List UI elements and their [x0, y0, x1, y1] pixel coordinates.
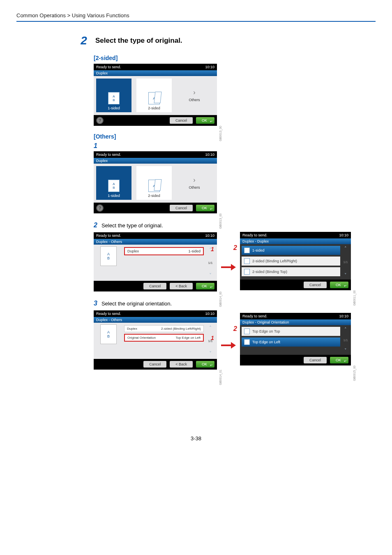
clock-text: 10:10	[205, 153, 214, 157]
option-top-edge-top[interactable]: Top Edge on Top	[242, 327, 340, 336]
option-1sided[interactable]: AB 1-sided	[96, 166, 131, 200]
page-icon	[244, 258, 250, 264]
pager: ˄ 1/1 ˅	[341, 246, 350, 278]
row-orientation[interactable]: Original Orientation Top Edge on Left	[124, 334, 204, 342]
callout-1: 1	[209, 334, 216, 342]
panel-tab: Duplex	[94, 158, 217, 164]
step-title: Select the type of original.	[95, 34, 182, 45]
ok-button[interactable]: OK	[330, 282, 348, 288]
chevron-down-icon[interactable]: ˅	[209, 273, 212, 278]
ok-button[interactable]: OK	[330, 357, 348, 363]
option-2sided[interactable]: A 2-sided	[136, 166, 172, 200]
panel-duplex-select: Ready to send. 10:10 Duplex - Duplex 1-s…	[240, 232, 351, 290]
page-preview-icon: AB	[100, 246, 117, 266]
option-2sided-top[interactable]: 2-sided (Binding Top)	[242, 267, 340, 276]
option-label: Top Edge on Left	[252, 340, 280, 344]
arrow-right-icon	[221, 265, 236, 269]
option-2sided-lr[interactable]: 2-sided (Binding Left/Right)	[242, 257, 340, 266]
row-value: 2-sided (Binding Left/Right)	[161, 327, 201, 331]
option-label: 1-sided	[108, 194, 120, 198]
ok-button[interactable]: OK	[196, 117, 214, 124]
panel-tab: Duplex - Original Orientation	[240, 319, 351, 325]
page-indicator: 1/1	[208, 261, 212, 265]
status-text: Ready to send.	[242, 314, 267, 318]
page-icon: AB	[108, 92, 120, 104]
help-icon[interactable]: ?	[96, 204, 104, 212]
screen-id: GB0015_00	[353, 365, 356, 381]
chevron-up-icon[interactable]: ˄	[209, 325, 212, 331]
panel-tab: Duplex - Others	[94, 239, 217, 245]
row-label: Duplex	[127, 249, 139, 253]
option-label: 2-sided	[148, 106, 160, 110]
panel-duplex-others-1: Ready to send. 10:10 Duplex AB 1-sided A…	[94, 151, 217, 213]
option-2sided[interactable]: A 2-sided	[136, 79, 172, 112]
chevron-down-icon[interactable]: ˅	[344, 273, 347, 278]
option-label: 2-sided (Binding Top)	[252, 270, 287, 274]
callout-1: 1	[209, 245, 216, 253]
back-button[interactable]: < Back	[170, 283, 193, 289]
page-preview-icon: AB	[100, 324, 117, 344]
row-duplex[interactable]: Duplex 1-sided	[124, 247, 204, 255]
status-text: Ready to send.	[96, 312, 121, 316]
option-label: Others	[189, 98, 200, 102]
callout-2: 2	[233, 244, 237, 252]
panel-duplex-2sided: Ready to send. 10:10 Duplex AB 1-sided A…	[94, 64, 217, 126]
chevron-down-icon[interactable]: ˅	[209, 351, 212, 356]
panel-others-list-1: Ready to send. 10:10 Duplex - Others AB …	[94, 232, 217, 291]
screen-id: GB0011_00	[353, 290, 356, 305]
substep-text-3: Select the original orientation.	[101, 301, 172, 307]
panel-tab: Duplex - Others	[94, 317, 217, 323]
heading-others: [Others]	[94, 133, 376, 140]
option-others[interactable]: › Others	[177, 79, 212, 112]
clock-text: 10:10	[339, 233, 348, 237]
row-label: Original Orientation	[127, 336, 156, 340]
status-text: Ready to send.	[96, 65, 121, 69]
chevron-right-icon: ›	[193, 89, 195, 96]
panel-others-list-2: Ready to send. 10:10 Duplex - Others AB …	[94, 310, 217, 370]
substep-num-3: 3	[94, 300, 97, 307]
screen-id: GB0014_00	[219, 291, 222, 307]
option-top-edge-left[interactable]: Top Edge on Left	[242, 338, 340, 347]
page-double-icon: A	[148, 180, 160, 192]
status-text: Ready to send.	[242, 233, 267, 237]
page-indicator: 1/1	[343, 260, 348, 264]
cancel-button[interactable]: Cancel	[304, 357, 327, 363]
status-text: Ready to send.	[96, 153, 121, 157]
substep-num-1: 1	[94, 142, 97, 150]
cancel-button[interactable]: Cancel	[143, 361, 166, 368]
option-1sided[interactable]: AB 1-sided	[96, 79, 131, 112]
page-icon	[244, 269, 250, 275]
clock-text: 10:10	[205, 312, 214, 316]
option-others[interactable]: › Others	[177, 166, 212, 200]
chevron-up-icon[interactable]: ˄	[344, 327, 347, 332]
ok-button[interactable]: OK	[196, 205, 214, 211]
clock-text: 10:10	[339, 314, 348, 318]
status-text: Ready to send.	[96, 234, 121, 238]
cancel-button[interactable]: Cancel	[304, 282, 327, 288]
option-1sided[interactable]: 1-sided	[242, 246, 340, 255]
chevron-up-icon[interactable]: ˄	[344, 246, 347, 251]
option-label: 2-sided	[148, 194, 160, 198]
cancel-button[interactable]: Cancel	[143, 283, 166, 289]
option-label: Top Edge on Top	[252, 329, 280, 333]
callout-2: 2	[233, 325, 237, 333]
panel-orientation-select: Ready to send. 10:10 Duplex - Original O…	[240, 313, 351, 365]
panel-tab: Duplex - Duplex	[240, 238, 351, 244]
row-duplex[interactable]: Duplex 2-sided (Binding Left/Right)	[124, 325, 204, 332]
row-label: Duplex	[127, 327, 137, 331]
help-icon[interactable]: ?	[96, 117, 104, 124]
option-label: 1-sided	[108, 106, 120, 110]
ok-button[interactable]: OK	[196, 283, 214, 289]
option-label: Others	[189, 185, 200, 190]
page-double-icon: A	[148, 92, 160, 104]
cancel-button[interactable]: Cancel	[170, 117, 193, 124]
chevron-down-icon[interactable]: ˅	[344, 348, 347, 353]
ok-button[interactable]: OK	[196, 361, 214, 368]
cancel-button[interactable]: Cancel	[170, 205, 193, 211]
orientation-icon	[244, 339, 250, 345]
clock-text: 10:10	[205, 65, 214, 69]
back-button[interactable]: < Back	[170, 361, 193, 368]
page-icon: AB	[108, 180, 120, 192]
arrow-right-icon	[221, 343, 236, 347]
option-label: 2-sided (Binding Left/Right)	[252, 259, 297, 263]
